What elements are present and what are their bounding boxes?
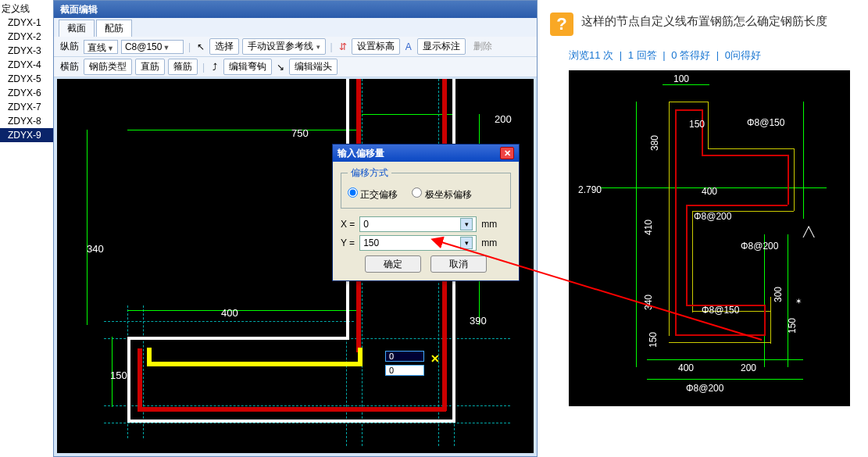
- btn-manual-ref[interactable]: 手动设置参考线 ▾: [242, 38, 326, 55]
- separator: |: [329, 41, 334, 52]
- stat-good-answer[interactable]: 0 答得好: [671, 49, 710, 61]
- cursor-icon: ↖: [195, 41, 206, 52]
- tree-item[interactable]: ZDYX-3: [0, 44, 53, 58]
- cancel-button[interactable]: 取消: [430, 255, 487, 273]
- ref-dim: 380: [649, 135, 660, 151]
- tab-section[interactable]: 截面: [59, 20, 95, 37]
- coord-box-y[interactable]: 0: [385, 365, 424, 376]
- x-label: X =: [341, 219, 355, 230]
- group-label: 偏移方式: [348, 166, 391, 180]
- break-mark-icon: ✶: [795, 297, 802, 305]
- btn-show-label[interactable]: 显示标注: [417, 38, 466, 55]
- ref-dim: 200: [741, 362, 756, 373]
- chevron-down-icon[interactable]: ▾: [460, 218, 473, 230]
- separator: |: [187, 41, 192, 52]
- ref-dim: 100: [673, 73, 689, 84]
- label-icon: A: [403, 41, 414, 52]
- btn-select[interactable]: 选择: [209, 38, 239, 55]
- question-title[interactable]: 这样的节点自定义线布置钢筋怎么确定钢筋长度: [581, 12, 827, 36]
- tab-rebar[interactable]: 配筋: [96, 20, 132, 37]
- dim-label: 200: [495, 113, 512, 125]
- ref-dim: 340: [643, 295, 654, 310]
- editor-titlebar: 截面编辑: [54, 1, 537, 18]
- question-panel: ? 这样的节点自定义线布置钢筋怎么确定钢筋长度 浏览11 次 | 1 回答 | …: [547, 0, 868, 457]
- x-input[interactable]: 0▾: [359, 216, 477, 232]
- offset-mode-group: 偏移方式 正交偏移 极坐标偏移: [341, 166, 511, 209]
- dialog-title-text: 输入偏移量: [338, 147, 384, 160]
- toolbar-row-2: 横筋 钢筋类型 直筋 箍筋 | ⤴ 编辑弯钩 ↘ 编辑端头: [54, 57, 537, 77]
- label-zongjin: 纵筋: [59, 40, 80, 53]
- ref-spec: Φ8@200: [741, 241, 778, 252]
- question-mark-icon: ?: [550, 12, 573, 36]
- unit-label: mm: [481, 219, 497, 230]
- y-label: Y =: [341, 237, 355, 248]
- unit-label: mm: [481, 237, 497, 248]
- ref-spec: Φ8@200: [694, 211, 731, 222]
- tree-title: 定义线: [0, 2, 53, 16]
- btn-set-elevation[interactable]: 设置标高: [352, 38, 400, 55]
- layer-tree: 定义线 ZDYX-1 ZDYX-2 ZDYX-3 ZDYX-4 ZDYX-5 Z…: [0, 0, 53, 457]
- toolbar-row-1: 纵筋 直线▼ C8@150▼ | ↖ 选择 手动设置参考线 ▾ | ⇵ 设置标高…: [54, 37, 537, 57]
- coord-box-x[interactable]: 0: [385, 351, 424, 362]
- label-hengjin: 横筋: [59, 60, 80, 73]
- stat-answers[interactable]: 1 回答: [628, 49, 657, 61]
- dim-label: 750: [291, 127, 309, 139]
- tree-item[interactable]: ZDYX-1: [0, 16, 53, 30]
- dim-label: 390: [470, 315, 487, 327]
- separator: |: [201, 62, 206, 73]
- ref-dim: 300: [773, 287, 784, 302]
- ok-button[interactable]: 确定: [365, 255, 421, 273]
- btn-edit-hook[interactable]: 编辑弯钩: [223, 59, 272, 75]
- dim-label: 340: [87, 243, 104, 255]
- ref-dim: 400: [702, 186, 717, 197]
- break-mark-icon: ╱╲: [803, 227, 814, 237]
- elevation-icon: ⇵: [338, 41, 348, 52]
- tree-item[interactable]: ZDYX-7: [0, 100, 53, 114]
- combo-linetype[interactable]: 直线▼: [84, 40, 118, 54]
- tree-item-selected[interactable]: ZDYX-9: [0, 128, 53, 142]
- question-stats: 浏览11 次 | 1 回答 | 0 答得好 | 0问得好: [569, 48, 865, 62]
- tree-item[interactable]: ZDYX-4: [0, 58, 53, 72]
- ref-dim: 150: [689, 119, 705, 130]
- draw-cursor-icon: ✕: [430, 352, 440, 365]
- stat-good-question[interactable]: 0问得好: [725, 49, 761, 61]
- close-icon[interactable]: ✕: [500, 147, 514, 159]
- ref-spec: Φ8@200: [686, 383, 723, 394]
- tree-item[interactable]: ZDYX-5: [0, 72, 53, 86]
- reference-drawing[interactable]: ╱╲ ✶ 100 150 380 2.790 400 410 340 300 1…: [569, 70, 850, 406]
- end-icon: ↘: [275, 62, 286, 73]
- combo-spec[interactable]: C8@150▼: [121, 40, 184, 54]
- ref-spec: Φ8@150: [702, 305, 739, 316]
- tree-item[interactable]: ZDYX-6: [0, 86, 53, 100]
- ref-dim: 410: [643, 220, 654, 235]
- ref-dim: 150: [787, 318, 798, 334]
- editor-tabs: 截面 配筋: [54, 18, 537, 37]
- ref-dim: 400: [678, 362, 694, 373]
- dialog-titlebar[interactable]: 输入偏移量 ✕: [333, 145, 519, 162]
- ref-dim: 150: [648, 332, 659, 348]
- radio-polar[interactable]: 极坐标偏移: [412, 187, 471, 202]
- btn-edit-end[interactable]: 编辑端头: [289, 59, 338, 75]
- tree-item[interactable]: ZDYX-2: [0, 30, 53, 44]
- radio-ortho[interactable]: 正交偏移: [348, 187, 398, 202]
- offset-dialog: 输入偏移量 ✕ 偏移方式 正交偏移 极坐标偏移 X = 0▾ mm Y = 15…: [332, 144, 520, 281]
- ref-dim: 2.790: [578, 184, 602, 195]
- stat-views[interactable]: 浏览11 次: [569, 49, 613, 61]
- ref-spec: Φ8@150: [747, 117, 784, 128]
- btn-gujin[interactable]: 箍筋: [168, 59, 198, 75]
- chevron-down-icon[interactable]: ▾: [460, 237, 473, 249]
- tree-item[interactable]: ZDYX-8: [0, 114, 53, 128]
- btn-zhijin[interactable]: 直筋: [135, 59, 165, 75]
- dim-label: 400: [221, 307, 238, 319]
- hook-icon: ⤴: [209, 62, 220, 73]
- btn-delete[interactable]: 删除: [469, 39, 497, 54]
- y-input[interactable]: 150▾: [359, 235, 477, 251]
- btn-gangjin-type[interactable]: 钢筋类型: [84, 59, 132, 75]
- dim-label: 150: [110, 370, 127, 381]
